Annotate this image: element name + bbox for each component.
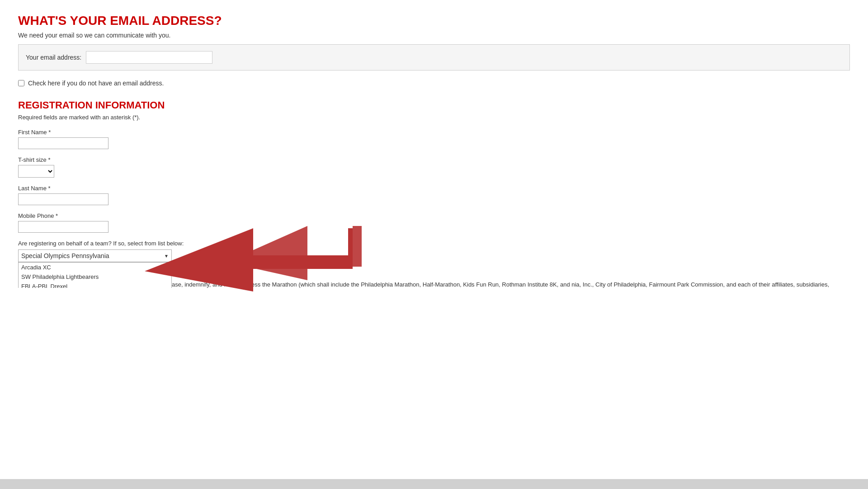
no-email-row: Check here if you do not have an email a… [18,80,850,87]
first-name-field: First Name * [18,129,850,149]
section-title: REGISTRATION INFORMATION [18,99,850,111]
legal-text: ase, indemnify, and hold harmless the Ma… [172,280,850,288]
page-subtitle: We need your email so we can communicate… [18,32,850,39]
tshirt-select[interactable]: XS S M L XL XXL [18,165,54,178]
team-dropdown-wrapper: Special Olympics Pennsylvania ▼ Arcadia … [18,249,172,262]
dropdown-list: Arcadia XCSW Philadelphia LightbearersFB… [18,262,172,288]
last-name-input[interactable] [18,193,108,205]
email-input[interactable] [86,51,212,64]
last-name-field: Last Name * [18,185,850,205]
dropdown-item[interactable]: Arcadia XC [19,263,171,272]
last-name-label: Last Name * [18,185,850,192]
team-question: Are registering on behalf of a team? If … [18,240,850,247]
email-label: Your email address: [26,54,81,61]
dropdown-item[interactable]: SW Philadelphia Lightbearers [19,272,171,282]
first-name-label: First Name * [18,129,850,136]
no-email-checkbox[interactable] [18,80,24,86]
page-title: WHAT'S YOUR EMAIL ADDRESS? [18,14,850,28]
tshirt-label: T-shirt size * [18,156,850,163]
selected-team-label: Special Olympics Pennsylvania [21,252,109,259]
mobile-label: Mobile Phone * [18,212,850,219]
no-email-label: Check here if you do not have an email a… [28,80,164,87]
required-note: Required fields are marked with an aster… [18,114,850,121]
dropdown-item[interactable]: FBLA-PBL Drexel [19,282,171,288]
team-dropdown-display[interactable]: Special Olympics Pennsylvania ▼ [18,249,172,262]
email-section: Your email address: [18,44,850,71]
legal-text-area: ase, indemnify, and hold harmless the Ma… [172,280,868,288]
mobile-input[interactable] [18,221,108,233]
first-name-input[interactable] [18,137,108,149]
tshirt-field: T-shirt size * XS S M L XL XXL [18,156,850,178]
dropdown-arrow-icon: ▼ [164,254,169,259]
mobile-field: Mobile Phone * [18,212,850,233]
